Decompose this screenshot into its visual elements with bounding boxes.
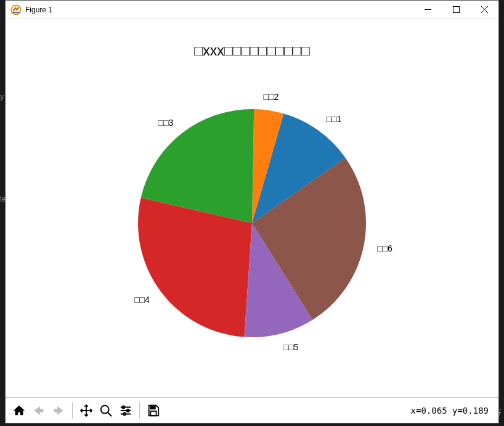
minimize-button[interactable] [413,1,442,19]
slice-label: □□1 [326,114,341,124]
svg-point-5 [123,412,126,415]
toolbar-separator [139,403,140,419]
chart-title: □xxx□□□□□□□□□□ [6,43,498,59]
svg-point-4 [127,409,129,411]
svg-point-0 [11,5,21,15]
maximize-button[interactable] [442,1,470,19]
zoom-button[interactable] [97,401,115,420]
configure-button[interactable] [116,401,135,420]
forward-button[interactable] [49,401,68,420]
slice-label: □□2 [263,92,278,102]
window-title: Figure 1 [25,6,52,14]
slice-label: □□3 [158,118,174,128]
slice-label: □□6 [377,244,392,253]
svg-point-3 [122,406,124,408]
figure-canvas[interactable]: □xxx□□□□□□□□□□ □□1□□2□□3□□4□□5□□6 [6,19,498,397]
navigation-toolbar: x=0.065 y=0.189 [6,397,498,423]
figure-window: Figure 1 □xxx□□□□□□□□□□ □□1□□2□□3□□4□□5□… [5,0,499,424]
save-button[interactable] [144,401,163,420]
coordinate-readout: x=0.065 y=0.189 [411,406,489,416]
svg-point-2 [101,405,109,413]
app-icon [10,4,22,15]
pie-chart: □□1□□2□□3□□4□□5□□6 [101,72,403,374]
svg-rect-1 [453,7,459,13]
svg-rect-6 [150,405,155,409]
home-button[interactable] [10,401,28,420]
title-bar: Figure 1 [6,1,498,19]
close-button[interactable] [470,1,498,19]
slice-label: □□5 [283,342,299,352]
background-text: y [0,92,4,101]
slice-label: □□4 [134,295,150,305]
toolbar-separator [72,403,73,419]
pan-button[interactable] [77,401,96,420]
back-button[interactable] [30,401,48,420]
svg-rect-7 [150,411,156,415]
